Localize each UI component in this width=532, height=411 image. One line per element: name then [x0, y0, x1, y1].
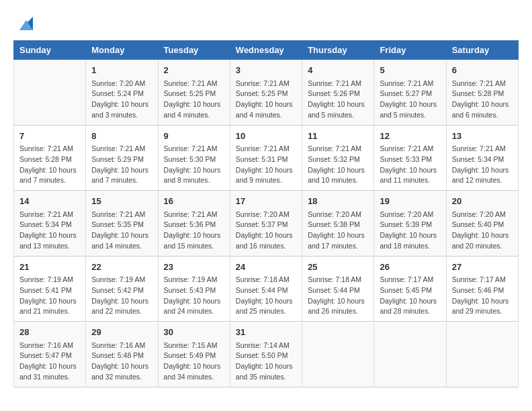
day-info: Sunrise: 7:19 AM [91, 275, 152, 285]
calendar-cell: 21Sunrise: 7:19 AMSunset: 5:41 PMDayligh… [14, 256, 86, 322]
day-info: Sunset: 5:48 PM [91, 351, 152, 361]
header-thursday: Thursday [302, 41, 374, 60]
day-info: and 14 minutes. [91, 241, 152, 252]
day-info: Sunset: 5:38 PM [308, 220, 368, 230]
calendar-cell: 22Sunrise: 7:19 AMSunset: 5:42 PMDayligh… [86, 256, 158, 322]
day-info: Sunset: 5:49 PM [164, 351, 224, 361]
calendar-cell: 26Sunrise: 7:17 AMSunset: 5:45 PMDayligh… [374, 256, 446, 322]
day-info: Daylight: 10 hours [19, 361, 80, 372]
day-info: Sunset: 5:50 PM [236, 351, 296, 361]
day-info: Daylight: 10 hours [308, 165, 368, 176]
day-number: 16 [164, 195, 224, 208]
day-info: and 5 minutes. [380, 110, 440, 121]
day-info: Daylight: 10 hours [380, 296, 440, 307]
day-number: 14 [19, 195, 80, 208]
day-info: Daylight: 10 hours [236, 165, 296, 176]
day-number: 4 [308, 64, 368, 77]
calendar-cell: 2Sunrise: 7:21 AMSunset: 5:25 PMDaylight… [158, 60, 230, 126]
day-info: Sunset: 5:34 PM [452, 154, 513, 165]
calendar-cell: 12Sunrise: 7:21 AMSunset: 5:33 PMDayligh… [374, 125, 446, 191]
day-info: and 25 minutes. [236, 306, 296, 317]
day-info: Sunset: 5:32 PM [308, 154, 368, 165]
day-info: Daylight: 10 hours [164, 296, 224, 307]
day-info: Sunrise: 7:14 AM [236, 340, 296, 351]
calendar-cell: 5Sunrise: 7:21 AMSunset: 5:27 PMDaylight… [374, 60, 446, 126]
calendar-cell: 19Sunrise: 7:20 AMSunset: 5:39 PMDayligh… [374, 191, 446, 257]
day-info: and 20 minutes. [452, 241, 513, 252]
day-info: Daylight: 10 hours [308, 296, 368, 307]
day-info: Sunrise: 7:21 AM [91, 210, 152, 220]
day-number: 3 [236, 64, 296, 77]
day-info: and 10 minutes. [308, 175, 368, 186]
day-info: and 28 minutes. [380, 306, 440, 317]
day-number: 10 [236, 130, 296, 143]
calendar-cell: 9Sunrise: 7:21 AMSunset: 5:30 PMDaylight… [158, 125, 230, 191]
day-info: Sunrise: 7:21 AM [380, 144, 440, 154]
day-info: Sunrise: 7:21 AM [236, 144, 296, 154]
day-number: 11 [308, 130, 368, 143]
day-info: Sunset: 5:30 PM [164, 154, 224, 165]
day-number: 6 [452, 64, 513, 77]
day-info: Sunrise: 7:20 AM [380, 210, 440, 220]
calendar-week-row: 7Sunrise: 7:21 AMSunset: 5:28 PMDaylight… [14, 125, 519, 191]
day-info: and 35 minutes. [236, 372, 296, 383]
day-info: Daylight: 10 hours [380, 230, 440, 241]
header-monday: Monday [86, 41, 158, 60]
day-info: Daylight: 10 hours [452, 230, 513, 241]
calendar-cell: 31Sunrise: 7:14 AMSunset: 5:50 PMDayligh… [230, 322, 302, 387]
day-info: Sunrise: 7:20 AM [308, 210, 368, 220]
day-info: Daylight: 10 hours [91, 361, 152, 372]
day-info: Sunrise: 7:17 AM [452, 275, 513, 285]
day-info: Sunrise: 7:19 AM [19, 275, 80, 285]
day-info: and 18 minutes. [380, 241, 440, 252]
calendar-table: SundayMondayTuesdayWednesdayThursdayFrid… [13, 40, 519, 387]
day-info: Daylight: 10 hours [164, 230, 224, 241]
day-info: Sunrise: 7:20 AM [452, 210, 513, 220]
calendar-cell: 11Sunrise: 7:21 AMSunset: 5:32 PMDayligh… [302, 125, 374, 191]
calendar-week-row: 1Sunrise: 7:20 AMSunset: 5:24 PMDaylight… [14, 60, 519, 126]
day-number: 29 [91, 326, 152, 339]
day-info: Daylight: 10 hours [236, 361, 296, 372]
day-number: 9 [164, 130, 224, 143]
day-info: Sunset: 5:39 PM [380, 220, 440, 230]
day-info: and 29 minutes. [452, 306, 513, 317]
calendar-cell: 30Sunrise: 7:15 AMSunset: 5:49 PMDayligh… [158, 322, 230, 387]
day-info: Sunrise: 7:21 AM [164, 144, 224, 154]
day-info: Sunrise: 7:21 AM [308, 144, 368, 154]
day-number: 20 [452, 195, 513, 208]
day-info: and 17 minutes. [308, 241, 368, 252]
day-info: and 21 minutes. [19, 306, 80, 317]
calendar-cell [14, 60, 86, 126]
day-info: Daylight: 10 hours [19, 230, 80, 241]
day-info: and 5 minutes. [308, 110, 368, 121]
day-info: Sunrise: 7:20 AM [236, 210, 296, 220]
day-number: 19 [380, 195, 440, 208]
day-info: Sunrise: 7:18 AM [308, 275, 368, 285]
calendar-cell: 7Sunrise: 7:21 AMSunset: 5:28 PMDaylight… [14, 125, 86, 191]
calendar-header-row: SundayMondayTuesdayWednesdayThursdayFrid… [14, 41, 519, 60]
day-info: Daylight: 10 hours [308, 99, 368, 110]
calendar-cell: 15Sunrise: 7:21 AMSunset: 5:35 PMDayligh… [86, 191, 158, 257]
day-info: Daylight: 10 hours [164, 99, 224, 110]
day-info: and 24 minutes. [164, 306, 224, 317]
calendar-week-row: 14Sunrise: 7:21 AMSunset: 5:34 PMDayligh… [14, 191, 519, 257]
day-info: Daylight: 10 hours [236, 296, 296, 307]
day-info: Daylight: 10 hours [308, 230, 368, 241]
calendar-cell: 13Sunrise: 7:21 AMSunset: 5:34 PMDayligh… [446, 125, 518, 191]
day-number: 25 [308, 261, 368, 274]
day-info: Sunset: 5:36 PM [164, 220, 224, 230]
calendar-cell: 27Sunrise: 7:17 AMSunset: 5:46 PMDayligh… [446, 256, 518, 322]
day-info: and 3 minutes. [91, 110, 152, 121]
day-info: and 4 minutes. [236, 110, 296, 121]
day-info: and 11 minutes. [380, 175, 440, 186]
day-number: 26 [380, 261, 440, 274]
day-info: Sunset: 5:24 PM [91, 89, 152, 99]
day-info: Sunset: 5:33 PM [380, 154, 440, 165]
day-info: Sunset: 5:43 PM [164, 285, 224, 296]
day-info: Sunrise: 7:21 AM [452, 144, 513, 154]
day-info: and 31 minutes. [19, 372, 80, 383]
calendar-cell: 1Sunrise: 7:20 AMSunset: 5:24 PMDaylight… [86, 60, 158, 126]
calendar-cell [374, 322, 446, 387]
day-info: and 26 minutes. [308, 306, 368, 317]
day-info: Sunrise: 7:21 AM [91, 144, 152, 154]
